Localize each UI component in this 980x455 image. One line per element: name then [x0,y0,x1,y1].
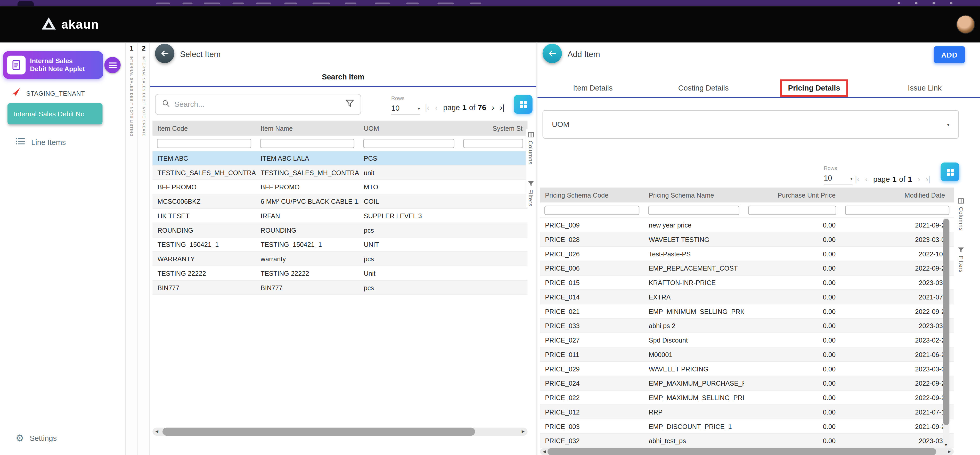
tenant-row[interactable]: STAGING_TENANT [10,88,85,99]
column-filter-input[interactable] [363,138,454,148]
filters-toggle[interactable]: Filters [527,181,534,207]
search-input[interactable] [174,100,340,109]
uom-select[interactable]: UOM ▾ [542,110,959,139]
scrollbar-thumb[interactable] [162,428,475,436]
column-header[interactable]: Item Name [256,121,359,136]
table-row[interactable]: PRICE_014EXTRA0.002021-07- [540,290,954,305]
table-row[interactable]: PRICE_032abhi_test_ps0.002023-03- [540,434,954,448]
previous-page-button[interactable]: ‹ [865,175,867,184]
browser-extension-icon[interactable] [897,2,900,5]
bookmark-item[interactable] [438,3,453,5]
scroll-right-arrow[interactable]: ► [947,448,952,455]
back-button[interactable] [542,44,562,63]
table-row[interactable]: PRICE_026Test-Paste-PS0.002022-10- [540,247,954,261]
scrollbar-thumb[interactable] [943,219,949,425]
bookmark-item[interactable] [406,3,418,5]
bookmark-item[interactable] [470,3,481,5]
horizontal-scrollbar[interactable]: ◄ ► [153,428,527,436]
column-header[interactable]: System St [459,121,528,136]
table-row[interactable]: WARRANTYwarrantypcs [153,252,527,266]
bookmark-item[interactable] [375,3,390,5]
scrollbar-thumb[interactable] [547,448,936,455]
browser-menu-icon[interactable] [950,2,953,5]
tab-pricing-details[interactable]: Pricing Details [759,79,869,97]
workspace-tab-create[interactable]: 2 INTERNAL SALES DEBIT NOTE CREATE [137,43,150,455]
column-filter-input[interactable] [845,205,950,215]
horizontal-scrollbar[interactable]: ◄ ► [540,448,954,455]
column-header[interactable]: Item Code [153,121,256,136]
back-button[interactable] [155,44,174,63]
user-avatar[interactable] [957,16,974,33]
bookmark-item[interactable] [313,3,330,5]
tab-search-item[interactable]: Search Item [150,72,536,81]
browser-tab[interactable] [18,1,34,6]
previous-page-button[interactable]: ‹ [435,103,438,112]
bookmark-item[interactable] [156,3,170,5]
scroll-right-arrow[interactable]: ► [521,428,526,436]
columns-toggle[interactable]: Columns [958,197,964,231]
table-row[interactable]: PRICE_028WAVELET TESTING0.002023-03-0 [540,233,954,247]
filters-toggle[interactable]: Filters [958,247,964,273]
applet-badge[interactable]: Internal Sales Debit Note Applet [3,51,103,79]
sidebar-item-internal-sales-debit-note[interactable]: Internal Sales Debit No [8,103,102,124]
table-row[interactable]: PRICE_022EMP_MAXIMUM_SELLING_PRICE0.0020… [540,391,954,405]
last-page-button[interactable]: ›| [500,103,504,112]
table-row[interactable]: PRICE_003EMP_DISCOUNT_PRICE_10.002021-09… [540,419,954,434]
scroll-left-arrow[interactable]: ◄ [154,428,159,436]
column-header[interactable]: UOM [359,121,459,136]
table-row[interactable]: PRICE_024EMP_MAXIMUM_PURCHASE_P...0.0020… [540,376,954,391]
first-page-button[interactable]: |‹ [855,175,859,184]
table-row[interactable]: BIN777BIN777pcs [153,281,527,295]
column-header[interactable]: Pricing Schema Name [644,188,744,202]
column-filter-input[interactable] [463,138,523,148]
table-row[interactable]: PRICE_027Spd Discount0.002023-02-2 [540,333,954,348]
column-filter-input[interactable] [648,205,740,215]
table-row[interactable]: TESTING_SALES_MH_CONTRACTTESTING_SALES_M… [153,165,527,180]
table-row[interactable]: PRICE_009new year price0.002021-09-2 [540,218,954,233]
table-row[interactable]: TESTING_150421_1TESTING_150421_1UNIT [153,237,527,252]
bookmark-item[interactable] [256,3,271,5]
filter-icon[interactable] [345,99,354,110]
next-page-button[interactable]: › [918,175,920,184]
bookmark-item[interactable] [204,3,220,5]
sidebar-item-settings[interactable]: ⚙ Settings [16,433,57,442]
grid-view-button[interactable] [514,95,533,114]
table-row[interactable]: PRICE_021EMP_MINIMUM_SELLING_PRICE0.0020… [540,304,954,319]
rows-per-page-select[interactable]: 10 ▾ [391,104,420,114]
column-filter-input[interactable] [748,205,836,215]
columns-toggle[interactable]: Columns [527,131,534,165]
tab-item-details[interactable]: Item Details [538,84,648,92]
rows-per-page-select[interactable]: 10 ▾ [824,174,852,185]
first-page-button[interactable]: |‹ [425,103,430,112]
table-row[interactable]: HK TESETIRFANSUPPLER LEVEL 3 [153,209,527,223]
applet-menu-toggle-button[interactable] [105,57,121,73]
vertical-scrollbar[interactable]: ▼ [943,218,949,447]
tab-costing-details[interactable]: Costing Details [648,84,759,92]
bookmark-item[interactable] [285,3,297,5]
table-row[interactable]: MCSC006BKZ6 MM² CU/PVC BLACK CABLE 1...C… [153,194,527,209]
bookmark-item[interactable] [183,3,192,5]
browser-extension-icon[interactable] [915,2,918,5]
bookmark-item[interactable] [232,3,244,5]
column-filter-input[interactable] [157,138,251,148]
workspace-tab-listing[interactable]: 1 INTERNAL SALES DEBIT NOTE LISTING [125,43,137,455]
column-filter-input[interactable] [260,138,354,148]
table-row[interactable]: PRICE_015KRAFTON-INR-PRICE0.002023-03- [540,276,954,290]
table-row[interactable]: PRICE_033abhi ps 20.002023-03- [540,319,954,333]
table-row[interactable]: PRICE_011M000010.002021-06-2 [540,347,954,362]
table-row[interactable]: ROUNDINGROUNDINGpcs [153,223,527,237]
column-filter-input[interactable] [544,205,640,215]
add-button[interactable]: ADD [934,46,965,63]
scroll-down-arrow[interactable]: ▼ [944,443,948,447]
last-page-button[interactable]: ›| [926,175,930,184]
grid-view-button[interactable] [940,162,959,181]
table-row[interactable]: ITEM ABCITEM ABC LALAPCS [153,151,527,165]
browser-profile-icon[interactable] [932,2,935,5]
table-row[interactable]: BFF PROMOBFF PROMOMTO [153,180,527,194]
akaun-logo[interactable]: akaun [41,16,99,32]
table-row[interactable]: PRICE_012RRP0.002021-07-1 [540,405,954,419]
table-row[interactable]: TESTING 22222TESTING 22222Unit [153,266,527,281]
sidebar-item-line-items[interactable]: Line Items [16,137,66,147]
table-row[interactable]: PRICE_029WAVELET PRICING0.002023-03-0 [540,362,954,376]
next-page-button[interactable]: › [492,103,495,112]
